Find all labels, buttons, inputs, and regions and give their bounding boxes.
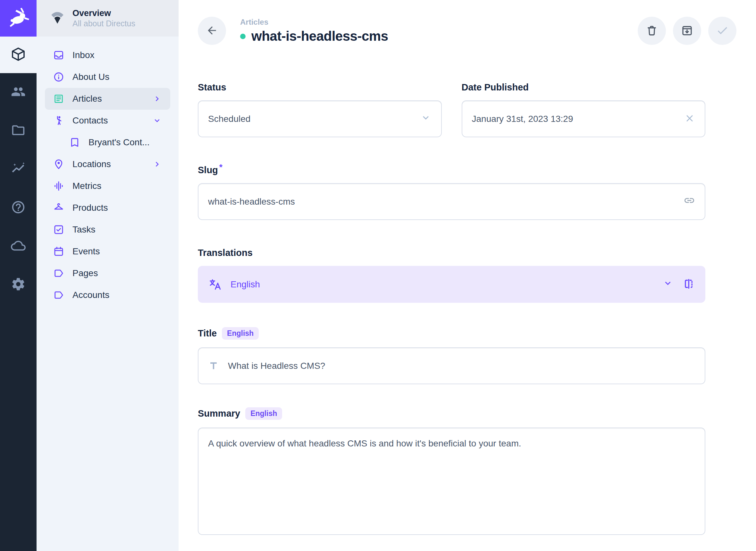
clear-date-button[interactable]	[684, 113, 695, 125]
nav-sidebar: Overview All about Directus Inbox About …	[37, 0, 179, 551]
chevron-down-icon	[420, 112, 432, 126]
sidebar-item-locations[interactable]: Locations	[45, 153, 170, 175]
split-view-button[interactable]	[683, 278, 694, 291]
form-row-status-date: Status Scheduled Date Published January …	[198, 82, 705, 137]
person-wave-icon	[53, 115, 64, 126]
sidebar-item-label: Tasks	[72, 224, 96, 235]
title-input[interactable]	[228, 361, 695, 371]
module-users[interactable]	[0, 73, 37, 112]
translations-group: Translations English	[198, 247, 705, 303]
article-icon	[53, 93, 64, 104]
module-settings[interactable]	[0, 265, 37, 304]
status-value: Scheduled	[208, 114, 420, 124]
required-asterisk: *	[219, 162, 223, 172]
sidebar-item-metrics[interactable]: Metrics	[45, 175, 170, 197]
delete-button[interactable]	[638, 17, 666, 45]
bookmark-icon	[69, 137, 80, 148]
title-group: Title English	[198, 327, 705, 384]
sidebar-item-about-us[interactable]: About Us	[45, 66, 170, 88]
page-header: Articles what-is-headless-cms	[179, 0, 756, 45]
translate-icon	[209, 278, 222, 291]
sidebar-item-label: Inbox	[72, 50, 95, 60]
back-button[interactable]	[198, 17, 226, 45]
module-rail	[0, 0, 37, 551]
summary-language-badge: English	[245, 407, 282, 420]
title-label: Title	[198, 328, 217, 339]
project-title: Overview	[72, 8, 135, 19]
status-select[interactable]: Scheduled	[198, 100, 442, 137]
sidebar-item-bryants-contacts[interactable]: Bryant's Cont...	[45, 131, 170, 153]
slug-input-wrap	[198, 183, 705, 220]
slug-input[interactable]	[208, 196, 684, 207]
main-content: Articles what-is-headless-cms	[179, 0, 756, 551]
trash-icon	[646, 24, 658, 38]
date-published-value: January 31st, 2023 13:29	[472, 114, 685, 124]
save-button[interactable]	[708, 17, 736, 45]
breadcrumb: Articles	[240, 18, 388, 27]
status-dot	[240, 34, 246, 39]
people-icon	[11, 84, 26, 100]
text-title-icon	[208, 361, 219, 372]
module-files[interactable]	[0, 112, 37, 150]
module-cloud[interactable]	[0, 227, 37, 265]
info-icon	[53, 71, 64, 82]
cloud-icon	[11, 238, 26, 254]
app-window: Overview All about Directus Inbox About …	[0, 0, 756, 551]
arrow-back-icon	[206, 24, 218, 38]
page-title: what-is-headless-cms	[251, 29, 388, 44]
summary-label: Summary	[198, 408, 240, 419]
sidebar-item-contacts[interactable]: Contacts	[45, 110, 170, 131]
date-published-input[interactable]: January 31st, 2023 13:29	[462, 100, 706, 137]
gear-icon	[11, 277, 26, 293]
summary-group: Summary English A quick overview of what…	[198, 407, 705, 535]
article-form: Status Scheduled Date Published January …	[179, 45, 756, 535]
pin-icon	[53, 159, 64, 170]
summary-textarea[interactable]: A quick overview of what headless CMS is…	[198, 428, 705, 535]
close-icon	[684, 113, 695, 125]
help-icon	[11, 200, 26, 216]
slug-label: Slug*	[198, 165, 223, 175]
analytics-icon	[11, 161, 26, 177]
sidebar-item-label: Contacts	[72, 115, 108, 126]
translations-label: Translations	[198, 247, 253, 258]
check-icon	[716, 24, 729, 38]
sidebar-item-label: About Us	[72, 72, 109, 82]
directus-logo[interactable]	[0, 0, 37, 37]
chevron-right-icon	[152, 159, 162, 169]
sidebar-item-label: Events	[72, 246, 100, 256]
sidebar-item-label: Articles	[72, 94, 102, 104]
sidebar-item-articles[interactable]: Articles	[45, 88, 170, 110]
label-icon	[53, 268, 64, 279]
sidebar-item-inbox[interactable]: Inbox	[45, 44, 170, 66]
date-published-label: Date Published	[462, 82, 529, 93]
sidebar-item-pages[interactable]: Pages	[45, 262, 170, 284]
title-block: Articles what-is-headless-cms	[240, 18, 388, 44]
archive-button[interactable]	[673, 17, 701, 45]
translations-value: English	[231, 280, 662, 290]
cube-icon	[11, 46, 26, 63]
sidebar-item-tasks[interactable]: Tasks	[45, 219, 170, 240]
chevron-right-icon	[152, 94, 162, 104]
sidebar-item-products[interactable]: Products	[45, 197, 170, 219]
fan-icon	[49, 10, 65, 27]
task-icon	[53, 224, 64, 235]
sidebar-item-label: Pages	[72, 268, 98, 279]
rabbit-logo-icon	[7, 6, 30, 30]
module-insights[interactable]	[0, 150, 37, 188]
slug-group: Slug*	[198, 165, 705, 220]
chevron-down-icon	[662, 278, 673, 291]
module-help[interactable]	[0, 188, 37, 227]
project-switcher[interactable]: Overview All about Directus	[37, 0, 179, 37]
link-icon	[684, 195, 695, 208]
module-content[interactable]	[0, 37, 37, 73]
folder-icon	[11, 123, 26, 139]
sidebar-item-label: Accounts	[72, 290, 109, 300]
sidebar-item-label: Bryant's Cont...	[88, 137, 150, 147]
project-subtitle: All about Directus	[72, 19, 135, 29]
translations-select[interactable]: English	[198, 266, 705, 303]
sidebar-item-events[interactable]: Events	[45, 240, 170, 262]
sidebar-item-label: Metrics	[72, 181, 101, 191]
sidebar-item-label: Products	[72, 203, 108, 213]
calendar-icon	[53, 246, 64, 257]
sidebar-item-accounts[interactable]: Accounts	[45, 284, 170, 306]
